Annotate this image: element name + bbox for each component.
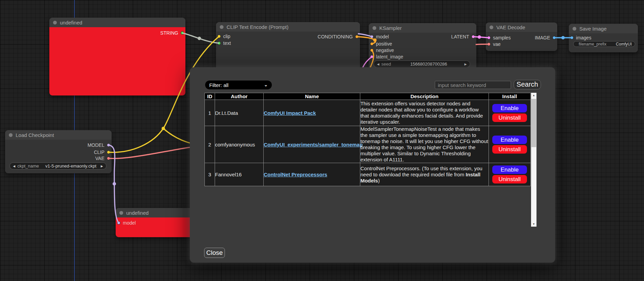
node-ksampler[interactable]: KSampler model positive negative latent_… [369,23,476,71]
collapse-dot-icon[interactable] [573,27,576,31]
uninstall-button[interactable]: Uninstall [492,175,527,183]
extension-link[interactable]: ControlNet Preprocessors [264,172,327,177]
input-slot-vae[interactable]: vae [487,41,501,47]
slot-dot[interactable] [487,42,491,46]
slot-dot[interactable] [487,36,491,39]
input-slot-samples[interactable]: samples [487,35,511,40]
scrollbar[interactable]: ▲ ▼ [531,93,536,227]
link-midpoint-dot[interactable] [561,36,565,39]
table-row: 3Fannovel16ControlNet PreprocessorsContr… [205,163,531,186]
close-button[interactable]: Close [204,248,225,258]
slot-dot[interactable] [117,221,120,225]
output-slot-vae[interactable]: VAE [95,156,110,161]
table-header-cell: ID [205,93,215,100]
node-save-image[interactable]: Save Image images filename_prefix ComfyU… [569,24,638,52]
node-titlebar[interactable]: CLIP Text Encode (Prompt) [216,22,360,32]
output-slot-image[interactable]: IMAGE [535,35,556,40]
link-midpoint-dot[interactable] [162,127,165,130]
chevron-down-icon: ⌄ [264,83,268,87]
slot-dot[interactable] [107,143,110,147]
scroll-down-arrow-icon[interactable]: ▼ [531,222,536,227]
output-slot-clip[interactable]: CLIP [94,150,110,155]
input-slot-clip[interactable]: clip [217,34,230,39]
collapse-dot-icon[interactable] [119,211,123,215]
node-undefined-top[interactable]: undefined STRING [49,18,185,95]
input-slot-negative[interactable]: negative [370,48,394,53]
slot-dot[interactable] [370,35,374,38]
collapse-dot-icon[interactable] [373,26,376,30]
input-slot-positive[interactable]: positive [370,41,392,47]
input-slot-latent-image[interactable]: latent_image [370,54,403,59]
cell-id: 3 [205,163,215,186]
slot-dot[interactable] [552,36,556,39]
node-titlebar[interactable]: undefined [49,18,185,27]
node-graph-canvas[interactable]: undefined STRING CLIP Text Encode (Promp… [0,0,644,281]
node-titlebar[interactable]: Load Checkpoint [5,130,112,140]
extension-link[interactable]: ComfyUI Impact Pack [264,110,316,116]
cell-name: ComfyUI_experiments/sampler_tonemap [264,126,360,163]
slot-dot[interactable] [217,41,221,45]
widget-value: ComfyUI [616,42,632,47]
enable-button[interactable]: Enable [492,165,527,174]
cell-description: ModelSamplerTonemapNoiseTest a node that… [360,126,489,163]
slot-dot[interactable] [181,31,184,35]
enable-button[interactable]: Enable [492,104,527,112]
node-title: Load Checkpoint [16,132,54,138]
collapse-dot-icon[interactable] [9,133,13,137]
link-string-to-text [182,33,219,43]
slot-dot[interactable] [370,42,374,46]
link-clip-to-hidden [163,128,191,143]
filter-select[interactable]: Filter: all ⌄ [205,81,272,89]
increment-arrow-icon[interactable]: ▶ [464,63,467,66]
input-slot-text[interactable]: text [217,40,231,46]
slot-dot[interactable] [355,35,359,38]
table-row: 1Dr.Lt.DataComfyUI Impact PackThis exten… [205,100,531,126]
node-title: KSampler [379,25,402,31]
cell-name: ControlNet Preprocessors [264,163,360,186]
output-slot-latent[interactable]: LATENT [451,34,475,39]
scrollbar-thumb[interactable] [531,99,536,147]
link-midpoint-dot[interactable] [113,182,116,186]
link-midpoint-dot[interactable] [478,35,481,39]
node-load-checkpoint[interactable]: Load Checkpoint MODEL CLIP VAE ◀ ckpt_na… [5,130,112,173]
slot-dot[interactable] [370,49,374,52]
cell-author: Dr.Lt.Data [215,100,264,126]
decrement-arrow-icon[interactable]: ◀ [377,63,379,66]
node-titlebar[interactable]: Save Image [569,24,638,33]
slot-dot[interactable] [570,36,574,39]
table-header-row: IDAuthorNameDescriptionInstall [205,93,531,100]
scroll-up-arrow-icon[interactable]: ▲ [531,93,536,98]
node-titlebar[interactable]: VAE Decode [486,22,557,32]
node-clip-text-encode[interactable]: CLIP Text Encode (Prompt) clip text COND… [216,22,360,71]
search-input[interactable] [435,81,511,89]
extension-link[interactable]: ComfyUI_experiments/sampler_tonemap [264,142,363,147]
next-arrow-icon[interactable]: ▶ [101,164,103,168]
slot-dot[interactable] [472,35,475,38]
collapse-dot-icon[interactable] [53,21,57,24]
node-vae-decode[interactable]: VAE Decode samples vae IMAGE [486,22,557,51]
ckpt-name-widget[interactable]: ◀ ckpt_name v1-5-pruned-emaonly.ckpt ▶ [10,162,106,170]
prev-arrow-icon[interactable]: ◀ [13,164,15,168]
input-slot-model[interactable]: model [370,34,389,39]
output-slot-string[interactable]: STRING [160,30,184,36]
output-slot-model[interactable]: MODEL [87,142,110,148]
input-slot-model[interactable]: model [117,220,136,226]
uninstall-button[interactable]: Uninstall [492,113,527,122]
enable-button[interactable]: Enable [492,136,527,144]
seed-widget[interactable]: ◀ seed 156680208700286 ▶ [374,60,470,68]
slot-dot[interactable] [107,151,110,154]
uninstall-button[interactable]: Uninstall [492,145,527,154]
node-titlebar[interactable]: KSampler [369,23,476,33]
search-button[interactable]: Search [514,80,541,89]
cell-description: This extension offers various detector n… [360,100,489,126]
collapse-dot-icon[interactable] [220,25,224,29]
collapse-dot-icon[interactable] [490,25,493,29]
output-slot-conditioning[interactable]: CONDITIONING [318,34,359,39]
widget-label: seed [381,62,391,67]
input-slot-images[interactable]: images [570,35,591,40]
filename-prefix-widget[interactable]: filename_prefix ComfyUI [573,41,635,47]
slot-dot[interactable] [217,35,221,38]
link-midpoint-dot[interactable] [198,37,201,40]
slot-dot[interactable] [370,55,374,58]
slot-dot[interactable] [107,157,110,160]
